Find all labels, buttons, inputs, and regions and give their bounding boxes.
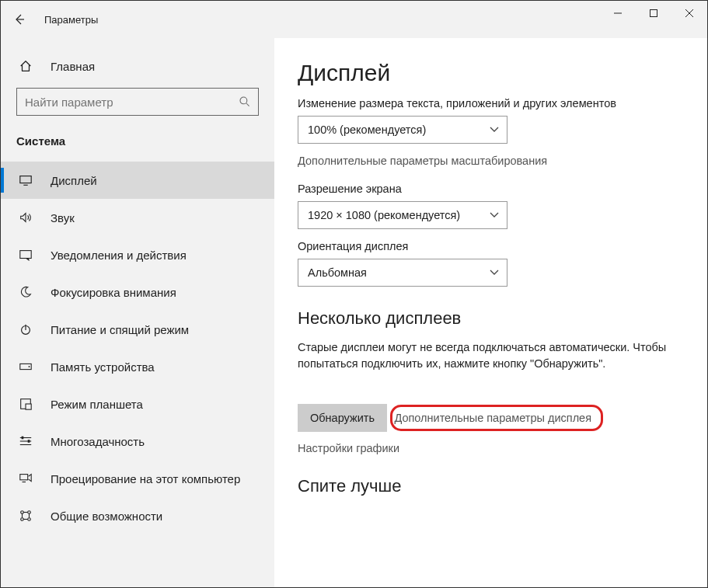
svg-rect-1 [650, 10, 657, 17]
chevron-down-icon [490, 124, 499, 135]
advanced-display-link[interactable]: Дополнительные параметры дисплея [394, 412, 591, 424]
maximize-button[interactable] [636, 1, 671, 26]
svg-rect-6 [20, 176, 31, 183]
sidebar-item-label: Общие возможности [51, 510, 162, 523]
multi-displays-description: Старые дисплеи могут не всегда подключат… [298, 339, 671, 372]
resolution-label: Разрешение экрана [298, 183, 676, 195]
page-title: Дисплей [298, 60, 676, 86]
sidebar-item-projection[interactable]: Проецирование на этот компьютер [1, 460, 274, 497]
svg-rect-19 [28, 440, 30, 443]
sidebar-section-label: Система [16, 134, 259, 148]
settings-window: Параметры Главная [1, 1, 707, 587]
multitasking-icon [18, 434, 33, 448]
power-icon [18, 322, 33, 336]
storage-icon [18, 360, 33, 374]
sidebar-item-label: Проецирование на этот компьютер [51, 472, 240, 485]
window-body: Главная Система Дисплей [1, 38, 707, 587]
sleep-better-heading: Спите лучше [298, 476, 676, 496]
shared-icon [18, 509, 33, 523]
sidebar-item-multitasking[interactable]: Многозадачность [1, 423, 274, 460]
search-field[interactable] [25, 96, 238, 109]
highlight-annotation: Дополнительные параметры дисплея [390, 405, 603, 431]
scale-value: 100% (рекомендуется) [308, 124, 426, 136]
sidebar-item-label: Режим планшета [51, 398, 143, 411]
sidebar-item-focus[interactable]: Фокусировка внимания [1, 273, 274, 311]
chevron-down-icon [490, 210, 499, 221]
home-icon [18, 59, 33, 73]
svg-line-5 [246, 103, 249, 106]
sidebar-item-power[interactable]: Питание и спящий режим [1, 311, 274, 348]
svg-rect-20 [20, 475, 28, 480]
minimize-button[interactable] [600, 1, 636, 26]
scale-select[interactable]: 100% (рекомендуется) [298, 116, 507, 144]
sidebar-item-display[interactable]: Дисплей [1, 162, 274, 199]
sidebar-item-label: Фокусировка внимания [51, 286, 176, 299]
chevron-down-icon [490, 267, 499, 278]
orientation-select[interactable]: Альбомная [298, 259, 507, 287]
window-controls [600, 1, 707, 26]
svg-rect-18 [22, 437, 24, 440]
orientation-label: Ориентация дисплея [298, 240, 676, 252]
arrow-left-icon [13, 13, 26, 26]
window-title: Параметры [44, 14, 98, 26]
home-label: Главная [51, 60, 95, 73]
sidebar-nav: Дисплей Звук Уведомления и действия [1, 162, 274, 534]
sidebar-item-notifications[interactable]: Уведомления и действия [1, 236, 274, 273]
sidebar-item-sound[interactable]: Звук [1, 199, 274, 236]
sidebar-item-label: Память устройства [51, 360, 155, 374]
svg-point-4 [240, 97, 247, 104]
scale-caption: Изменение размера текста, приложений и д… [298, 97, 676, 110]
search-icon [238, 96, 252, 108]
tablet-icon [18, 397, 33, 411]
advanced-scaling-link[interactable]: Дополнительные параметры масштабирования [298, 155, 676, 167]
home-button[interactable]: Главная [16, 49, 259, 83]
resolution-value: 1920 × 1080 (рекомендуется) [308, 209, 460, 221]
sound-icon [18, 210, 33, 224]
title-bar: Параметры [1, 1, 707, 38]
sidebar-item-label: Многозадачность [51, 435, 145, 448]
detect-button[interactable]: Обнаружить [298, 404, 387, 432]
sidebar-item-label: Питание и спящий режим [51, 323, 189, 336]
svg-point-24 [21, 518, 24, 521]
main-content: Дисплей Изменение размера текста, прилож… [274, 38, 707, 587]
maximize-icon [649, 9, 658, 18]
svg-point-22 [21, 511, 24, 514]
svg-rect-14 [26, 404, 31, 409]
minimize-icon [613, 9, 623, 18]
notifications-icon [18, 248, 33, 262]
sidebar-item-label: Дисплей [51, 174, 97, 187]
monitor-icon [18, 173, 33, 187]
sidebar-item-label: Уведомления и действия [51, 249, 187, 262]
moon-icon [18, 285, 33, 299]
svg-point-25 [28, 518, 31, 521]
svg-point-23 [28, 511, 31, 514]
svg-point-12 [29, 366, 30, 367]
resolution-select[interactable]: 1920 × 1080 (рекомендуется) [298, 201, 507, 229]
sidebar-item-tablet[interactable]: Режим планшета [1, 385, 274, 423]
close-button[interactable] [671, 1, 707, 26]
sidebar-item-label: Звук [51, 211, 75, 224]
back-button[interactable] [1, 1, 38, 38]
projection-icon [18, 471, 33, 485]
search-input[interactable] [16, 88, 259, 116]
sidebar-item-storage[interactable]: Память устройства [1, 348, 274, 385]
svg-rect-8 [20, 251, 31, 259]
sidebar: Главная Система Дисплей [1, 38, 274, 587]
close-icon [685, 9, 694, 18]
graphics-settings-link[interactable]: Настройки графики [298, 442, 676, 454]
sidebar-item-shared[interactable]: Общие возможности [1, 497, 274, 534]
multi-displays-heading: Несколько дисплеев [298, 308, 676, 329]
orientation-value: Альбомная [308, 266, 367, 279]
